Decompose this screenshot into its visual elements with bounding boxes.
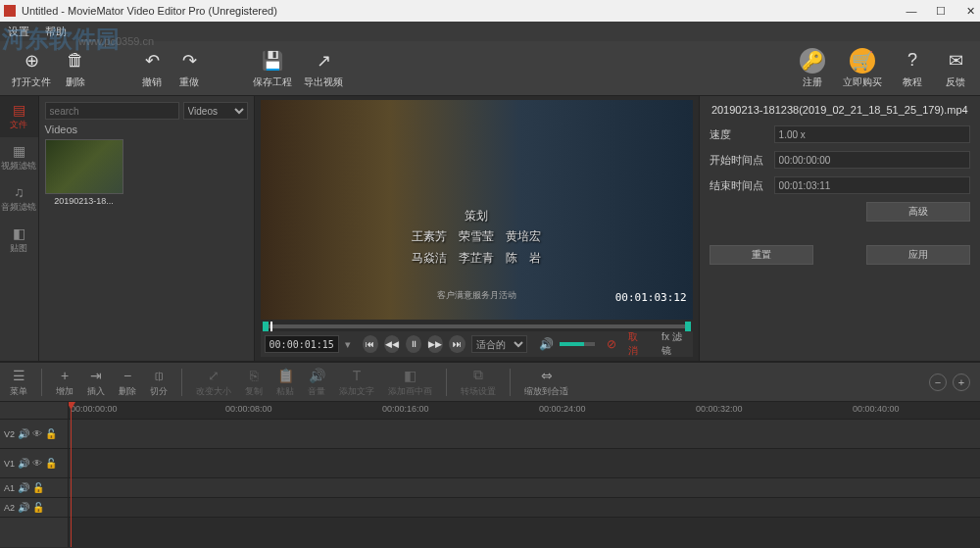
video-preview[interactable]: 策划 王素芳 荣雪莹 黄培宏 马焱洁 李芷青 陈 岩 客户满意服务月活动 00:…	[261, 100, 693, 320]
eye-icon[interactable]: 👁	[32, 428, 42, 439]
video-filter-icon: ▦	[13, 143, 25, 159]
start-time-input[interactable]	[774, 151, 970, 169]
cancel-label[interactable]: 取消	[628, 330, 646, 358]
plus-icon: +	[61, 367, 69, 384]
ruler-mark: 00:00:32:00	[696, 404, 743, 414]
menu-icon: ☰	[13, 367, 25, 384]
key-icon: 🔑	[800, 48, 825, 74]
register-button[interactable]: 🔑 注册	[800, 48, 825, 89]
mute-icon[interactable]: 🔊	[18, 482, 29, 493]
mute-icon[interactable]: 🔊	[18, 458, 29, 469]
end-time-label: 结束时间点	[710, 178, 766, 193]
volume-slider[interactable]	[560, 342, 595, 346]
search-input[interactable]	[45, 102, 179, 120]
zoom-out-button[interactable]: −	[929, 374, 947, 391]
redo-button[interactable]: ↷ 重做	[176, 48, 202, 89]
watermark-url: www.pc0359.cn	[78, 35, 154, 47]
buy-button[interactable]: 🛒 立即购买	[843, 48, 882, 89]
close-button[interactable]: ✕	[964, 5, 976, 17]
track-header-a1[interactable]: A1 🔊 🔓	[0, 478, 68, 498]
skip-end-button[interactable]: ⏭	[449, 335, 465, 353]
lock-icon[interactable]: 🔓	[45, 428, 57, 439]
advanced-button[interactable]: 高级	[866, 202, 970, 222]
start-time-label: 开始时间点	[710, 153, 766, 168]
timeline-insert-button[interactable]: ⇥ 插入	[87, 367, 105, 398]
mail-icon: ✉	[943, 48, 968, 74]
timeline-resize-button: ⤢ 改变大小	[196, 367, 231, 398]
skip-start-button[interactable]: ⏮	[363, 335, 378, 353]
track-a2[interactable]	[69, 498, 980, 518]
timeline-transition-button: ⧉ 转场设置	[461, 367, 496, 398]
zoom-in-button[interactable]: +	[953, 374, 970, 391]
prev-frame-button[interactable]: ◀◀	[384, 335, 400, 353]
lock-icon[interactable]: 🔓	[32, 482, 44, 493]
next-frame-button[interactable]: ▶▶	[427, 335, 443, 353]
mute-icon[interactable]: 🔊	[18, 428, 29, 439]
sidebar-item-sticker[interactable]: ◧ 贴图	[0, 220, 38, 261]
menu-help[interactable]: 帮助	[45, 25, 67, 39]
speed-input[interactable]	[774, 125, 970, 143]
credits-title: 策划	[412, 206, 541, 227]
end-time-input[interactable]	[774, 176, 970, 194]
apply-button[interactable]: 应用	[866, 245, 970, 265]
redo-icon: ↷	[176, 48, 202, 74]
audio-filter-icon: ♫	[14, 184, 24, 200]
play-pause-button[interactable]: ⏸	[406, 335, 421, 353]
timeline-paste-button: 📋 粘贴	[276, 367, 294, 398]
video-duration-overlay: 00:01:03:12	[615, 291, 687, 304]
timeline-menu-button[interactable]: ☰ 菜单	[10, 367, 27, 398]
export-button[interactable]: ↗ 导出视频	[304, 48, 343, 89]
ruler-mark: 00:00:40:00	[853, 404, 900, 414]
mute-icon[interactable]: 🔊	[18, 502, 29, 513]
maximize-button[interactable]: ☐	[935, 5, 947, 17]
save-button[interactable]: 💾 保存工程	[253, 48, 292, 89]
sidebar-item-file[interactable]: ▤ 文件	[0, 96, 38, 137]
track-header-v1[interactable]: V1 🔊 👁 🔓	[0, 449, 68, 478]
volume-icon[interactable]: 🔊	[539, 337, 554, 351]
timeline-split-button[interactable]: ⎅ 切分	[150, 367, 168, 398]
menu-settings[interactable]: 设置	[8, 25, 29, 39]
insert-icon: ⇥	[90, 367, 102, 384]
help-icon: ?	[900, 48, 925, 74]
track-v2[interactable]	[69, 420, 980, 449]
playhead[interactable]	[71, 402, 72, 547]
lock-icon[interactable]: 🔓	[45, 458, 57, 469]
eye-icon[interactable]: 👁	[32, 458, 42, 469]
ruler-mark: 00:00:24:00	[539, 404, 586, 414]
media-thumb-label: 20190213-18...	[45, 196, 123, 206]
split-icon: ⎅	[155, 367, 163, 384]
media-item[interactable]: 20190213-18...	[45, 139, 123, 206]
track-header-a2[interactable]: A2 🔊 🔓	[0, 498, 68, 518]
track-v1[interactable]	[69, 449, 980, 478]
minimize-button[interactable]: —	[906, 5, 917, 17]
undo-button[interactable]: ↶ 撤销	[139, 48, 165, 89]
timeline-add-button[interactable]: + 增加	[56, 367, 74, 398]
sidebar-item-video-filter[interactable]: ▦ 视频滤镜	[0, 137, 38, 178]
reset-button[interactable]: 重置	[710, 245, 813, 265]
timecode-display[interactable]: 00:00:01:15	[265, 335, 339, 353]
cancel-icon[interactable]: ⊘	[607, 337, 616, 351]
timeline-ruler[interactable]: 00:00:00:00 00:00:08:00 00:00:16:00 00:0…	[69, 402, 980, 420]
remove-icon: −	[123, 367, 131, 384]
zoom-select[interactable]: 适合的	[471, 335, 528, 353]
timeline-scale-fit-button[interactable]: ⇔ 缩放到合适	[524, 367, 568, 398]
scrubber-thumb[interactable]	[270, 322, 272, 331]
timeline-copy-button: ⎘ 复制	[245, 367, 263, 398]
track-a1[interactable]	[69, 478, 980, 498]
file-icon: ▤	[13, 102, 25, 118]
credits-line2: 马焱洁 李芷青 陈 岩	[412, 248, 541, 270]
lock-icon[interactable]: 🔓	[32, 502, 44, 513]
timeline-remove-button[interactable]: − 删除	[119, 367, 136, 398]
delete-button[interactable]: 🗑 删除	[63, 48, 88, 89]
open-file-button[interactable]: ⊕ 打开文件	[12, 48, 51, 89]
tutorial-button[interactable]: ? 教程	[900, 48, 925, 89]
video-footer-text: 客户满意服务月活动	[437, 289, 516, 302]
timeline-pip-button: ◧ 添加画中画	[388, 367, 432, 398]
media-section-title: Videos	[45, 124, 248, 135]
fx-filter-label[interactable]: fx 滤镜	[662, 330, 688, 358]
media-thumbnail	[45, 139, 123, 194]
feedback-button[interactable]: ✉ 反馈	[943, 48, 968, 89]
track-header-v2[interactable]: V2 🔊 👁 🔓	[0, 420, 68, 449]
sidebar-item-audio-filter[interactable]: ♫ 音频滤镜	[0, 178, 38, 220]
category-select[interactable]: Videos	[183, 102, 248, 120]
